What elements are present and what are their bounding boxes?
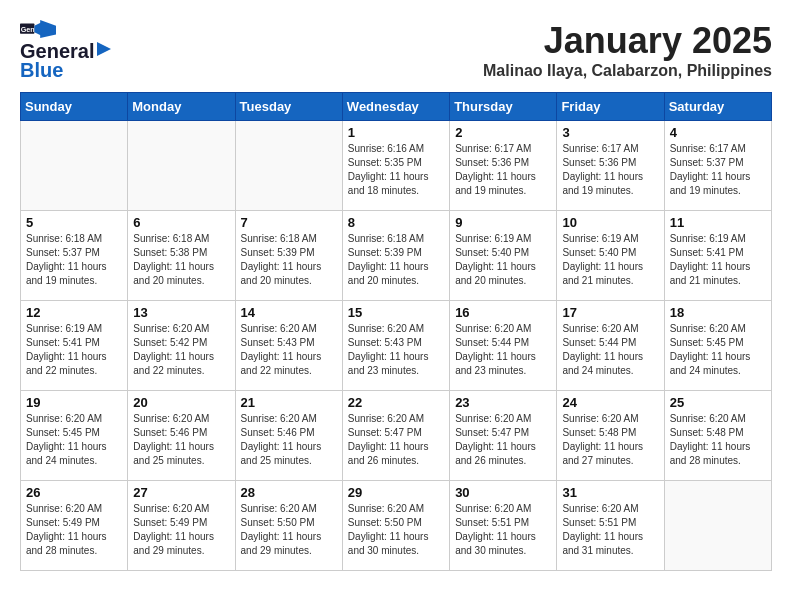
day-cell: 29Sunrise: 6:20 AM Sunset: 5:50 PM Dayli… xyxy=(342,481,449,571)
logo-blue: Blue xyxy=(20,59,63,82)
day-number: 31 xyxy=(562,485,658,500)
day-cell: 22Sunrise: 6:20 AM Sunset: 5:47 PM Dayli… xyxy=(342,391,449,481)
weekday-header-row: SundayMondayTuesdayWednesdayThursdayFrid… xyxy=(21,93,772,121)
day-cell xyxy=(664,481,771,571)
day-info: Sunrise: 6:18 AM Sunset: 5:39 PM Dayligh… xyxy=(241,232,337,288)
day-info: Sunrise: 6:20 AM Sunset: 5:46 PM Dayligh… xyxy=(241,412,337,468)
day-info: Sunrise: 6:19 AM Sunset: 5:41 PM Dayligh… xyxy=(26,322,122,378)
day-cell: 20Sunrise: 6:20 AM Sunset: 5:46 PM Dayli… xyxy=(128,391,235,481)
day-info: Sunrise: 6:19 AM Sunset: 5:41 PM Dayligh… xyxy=(670,232,766,288)
day-cell: 27Sunrise: 6:20 AM Sunset: 5:49 PM Dayli… xyxy=(128,481,235,571)
day-info: Sunrise: 6:20 AM Sunset: 5:45 PM Dayligh… xyxy=(670,322,766,378)
day-number: 8 xyxy=(348,215,444,230)
day-cell: 30Sunrise: 6:20 AM Sunset: 5:51 PM Dayli… xyxy=(450,481,557,571)
day-number: 27 xyxy=(133,485,229,500)
title-section: January 2025 Malinao Ilaya, Calabarzon, … xyxy=(483,20,772,80)
day-cell: 7Sunrise: 6:18 AM Sunset: 5:39 PM Daylig… xyxy=(235,211,342,301)
day-info: Sunrise: 6:20 AM Sunset: 5:51 PM Dayligh… xyxy=(562,502,658,558)
logo-chevron xyxy=(95,40,113,58)
day-info: Sunrise: 6:20 AM Sunset: 5:43 PM Dayligh… xyxy=(241,322,337,378)
day-info: Sunrise: 6:17 AM Sunset: 5:36 PM Dayligh… xyxy=(455,142,551,198)
day-cell: 6Sunrise: 6:18 AM Sunset: 5:38 PM Daylig… xyxy=(128,211,235,301)
week-row-1: 1Sunrise: 6:16 AM Sunset: 5:35 PM Daylig… xyxy=(21,121,772,211)
day-number: 14 xyxy=(241,305,337,320)
day-info: Sunrise: 6:20 AM Sunset: 5:44 PM Dayligh… xyxy=(562,322,658,378)
day-info: Sunrise: 6:20 AM Sunset: 5:47 PM Dayligh… xyxy=(455,412,551,468)
day-cell: 25Sunrise: 6:20 AM Sunset: 5:48 PM Dayli… xyxy=(664,391,771,481)
day-number: 28 xyxy=(241,485,337,500)
svg-marker-3 xyxy=(34,22,41,36)
weekday-header-friday: Friday xyxy=(557,93,664,121)
day-number: 11 xyxy=(670,215,766,230)
day-cell: 4Sunrise: 6:17 AM Sunset: 5:37 PM Daylig… xyxy=(664,121,771,211)
location-title: Malinao Ilaya, Calabarzon, Philippines xyxy=(483,62,772,80)
day-info: Sunrise: 6:20 AM Sunset: 5:45 PM Dayligh… xyxy=(26,412,122,468)
day-info: Sunrise: 6:20 AM Sunset: 5:49 PM Dayligh… xyxy=(133,502,229,558)
day-info: Sunrise: 6:20 AM Sunset: 5:47 PM Dayligh… xyxy=(348,412,444,468)
day-number: 19 xyxy=(26,395,122,410)
day-number: 2 xyxy=(455,125,551,140)
day-cell: 1Sunrise: 6:16 AM Sunset: 5:35 PM Daylig… xyxy=(342,121,449,211)
day-number: 29 xyxy=(348,485,444,500)
day-number: 15 xyxy=(348,305,444,320)
week-row-5: 26Sunrise: 6:20 AM Sunset: 5:49 PM Dayli… xyxy=(21,481,772,571)
page-header: Gen General Blue January 2025 Malinao Il… xyxy=(20,20,772,82)
day-number: 22 xyxy=(348,395,444,410)
svg-marker-2 xyxy=(40,20,56,38)
day-info: Sunrise: 6:20 AM Sunset: 5:44 PM Dayligh… xyxy=(455,322,551,378)
day-cell xyxy=(128,121,235,211)
day-cell: 17Sunrise: 6:20 AM Sunset: 5:44 PM Dayli… xyxy=(557,301,664,391)
day-cell: 11Sunrise: 6:19 AM Sunset: 5:41 PM Dayli… xyxy=(664,211,771,301)
week-row-2: 5Sunrise: 6:18 AM Sunset: 5:37 PM Daylig… xyxy=(21,211,772,301)
day-number: 5 xyxy=(26,215,122,230)
day-info: Sunrise: 6:19 AM Sunset: 5:40 PM Dayligh… xyxy=(455,232,551,288)
day-info: Sunrise: 6:18 AM Sunset: 5:39 PM Dayligh… xyxy=(348,232,444,288)
day-number: 30 xyxy=(455,485,551,500)
day-info: Sunrise: 6:18 AM Sunset: 5:37 PM Dayligh… xyxy=(26,232,122,288)
day-cell: 12Sunrise: 6:19 AM Sunset: 5:41 PM Dayli… xyxy=(21,301,128,391)
day-cell: 3Sunrise: 6:17 AM Sunset: 5:36 PM Daylig… xyxy=(557,121,664,211)
day-number: 18 xyxy=(670,305,766,320)
day-cell: 15Sunrise: 6:20 AM Sunset: 5:43 PM Dayli… xyxy=(342,301,449,391)
day-info: Sunrise: 6:20 AM Sunset: 5:49 PM Dayligh… xyxy=(26,502,122,558)
day-cell: 19Sunrise: 6:20 AM Sunset: 5:45 PM Dayli… xyxy=(21,391,128,481)
day-number: 10 xyxy=(562,215,658,230)
day-number: 12 xyxy=(26,305,122,320)
day-info: Sunrise: 6:17 AM Sunset: 5:37 PM Dayligh… xyxy=(670,142,766,198)
day-cell: 28Sunrise: 6:20 AM Sunset: 5:50 PM Dayli… xyxy=(235,481,342,571)
day-number: 26 xyxy=(26,485,122,500)
day-cell: 9Sunrise: 6:19 AM Sunset: 5:40 PM Daylig… xyxy=(450,211,557,301)
weekday-header-sunday: Sunday xyxy=(21,93,128,121)
day-number: 24 xyxy=(562,395,658,410)
day-number: 3 xyxy=(562,125,658,140)
day-cell: 26Sunrise: 6:20 AM Sunset: 5:49 PM Dayli… xyxy=(21,481,128,571)
day-info: Sunrise: 6:18 AM Sunset: 5:38 PM Dayligh… xyxy=(133,232,229,288)
day-info: Sunrise: 6:20 AM Sunset: 5:50 PM Dayligh… xyxy=(348,502,444,558)
day-cell: 23Sunrise: 6:20 AM Sunset: 5:47 PM Dayli… xyxy=(450,391,557,481)
day-number: 4 xyxy=(670,125,766,140)
day-cell: 21Sunrise: 6:20 AM Sunset: 5:46 PM Dayli… xyxy=(235,391,342,481)
logo: Gen General Blue xyxy=(20,20,113,82)
day-number: 6 xyxy=(133,215,229,230)
day-number: 13 xyxy=(133,305,229,320)
day-cell: 8Sunrise: 6:18 AM Sunset: 5:39 PM Daylig… xyxy=(342,211,449,301)
week-row-3: 12Sunrise: 6:19 AM Sunset: 5:41 PM Dayli… xyxy=(21,301,772,391)
day-info: Sunrise: 6:20 AM Sunset: 5:46 PM Dayligh… xyxy=(133,412,229,468)
day-info: Sunrise: 6:16 AM Sunset: 5:35 PM Dayligh… xyxy=(348,142,444,198)
day-cell: 13Sunrise: 6:20 AM Sunset: 5:42 PM Dayli… xyxy=(128,301,235,391)
day-info: Sunrise: 6:19 AM Sunset: 5:40 PM Dayligh… xyxy=(562,232,658,288)
day-cell: 2Sunrise: 6:17 AM Sunset: 5:36 PM Daylig… xyxy=(450,121,557,211)
day-number: 21 xyxy=(241,395,337,410)
month-title: January 2025 xyxy=(483,20,772,62)
day-cell: 10Sunrise: 6:19 AM Sunset: 5:40 PM Dayli… xyxy=(557,211,664,301)
day-number: 25 xyxy=(670,395,766,410)
day-number: 17 xyxy=(562,305,658,320)
svg-text:Gen: Gen xyxy=(21,25,35,34)
day-number: 1 xyxy=(348,125,444,140)
day-number: 9 xyxy=(455,215,551,230)
day-cell: 18Sunrise: 6:20 AM Sunset: 5:45 PM Dayli… xyxy=(664,301,771,391)
day-info: Sunrise: 6:20 AM Sunset: 5:48 PM Dayligh… xyxy=(670,412,766,468)
day-number: 16 xyxy=(455,305,551,320)
day-number: 7 xyxy=(241,215,337,230)
weekday-header-tuesday: Tuesday xyxy=(235,93,342,121)
